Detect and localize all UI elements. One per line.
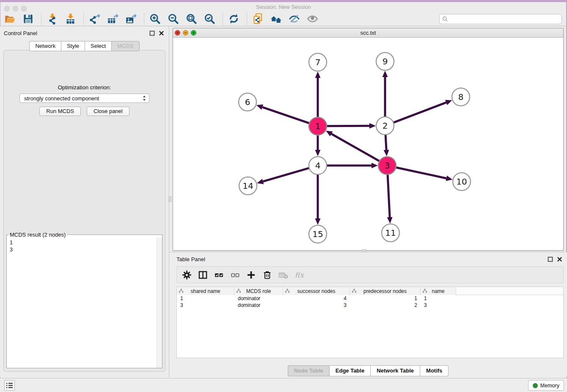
zoom-out-icon[interactable] <box>167 13 179 25</box>
mcds-result-title: MCDS result (2 nodes) <box>8 232 67 238</box>
table-row[interactable]: 3dominator323 <box>177 302 563 309</box>
svg-text:9: 9 <box>383 56 388 66</box>
table-cell: dominator <box>234 302 283 309</box>
table-tabs: Node TableEdge TableNetwork TableMotifs <box>169 365 567 376</box>
tab-style[interactable]: Style <box>61 41 85 51</box>
tab-select[interactable]: Select <box>85 41 111 51</box>
graph-edge-4-14[interactable] <box>257 168 309 184</box>
column-header-predecessor-nodes[interactable]: predecessor nodes <box>350 287 421 295</box>
table-cell: 1 <box>177 295 234 302</box>
criterion-dropdown[interactable]: strongly connected component <box>19 94 149 103</box>
float-table-panel-icon[interactable] <box>548 256 553 262</box>
graph-node-7[interactable]: 7 <box>309 53 327 71</box>
tab-motifs[interactable]: Motifs <box>420 365 449 376</box>
delete-column-icon[interactable] <box>261 269 272 280</box>
column-header-name[interactable]: name <box>421 287 456 295</box>
vertical-splitter-handle[interactable] <box>168 196 171 202</box>
graph-edge-2-3[interactable] <box>384 135 389 156</box>
graph-edge-4-3[interactable] <box>327 163 378 168</box>
float-panel-icon[interactable] <box>149 30 155 36</box>
table-row[interactable]: 1dominator411 <box>177 295 563 302</box>
graph-node-2[interactable]: 2 <box>376 117 394 135</box>
memory-button[interactable]: Memory <box>528 380 564 391</box>
tab-edge-table[interactable]: Edge Table <box>329 365 370 376</box>
export-image-icon[interactable] <box>124 13 137 25</box>
first-neighbors-icon[interactable] <box>270 13 282 25</box>
graph-edge-3-11[interactable] <box>387 174 393 224</box>
table-panel-header: Table Panel <box>169 252 567 265</box>
graph-edge-2-8[interactable] <box>394 100 452 122</box>
application-window: Session: New Session Control Panel Netwo… <box>0 0 567 392</box>
graph-edge-1-2[interactable] <box>327 123 376 129</box>
result-scrollbar[interactable] <box>157 238 162 368</box>
table-toolbar: f(x) <box>176 266 564 283</box>
graph-edge-3-10[interactable] <box>396 167 453 181</box>
mcds-result-box: MCDS result (2 nodes) 13 <box>6 232 162 368</box>
zoom-in-icon[interactable] <box>149 13 161 25</box>
tab-node-table[interactable]: Node Table <box>288 365 329 376</box>
table-cell: 1 <box>350 295 421 302</box>
table-mode-gear-icon[interactable] <box>181 269 192 280</box>
node-table[interactable]: shared nameMCDS rolesuccessor nodesprede… <box>176 287 564 358</box>
close-table-panel-icon[interactable] <box>557 256 562 262</box>
control-panel: Control Panel NetworkStyleSelectMCDS Opt… <box>0 26 169 377</box>
import-table-icon[interactable] <box>64 13 77 25</box>
export-table-icon[interactable] <box>106 13 119 25</box>
apply-layout-icon[interactable] <box>227 13 240 25</box>
graph-node-11[interactable]: 11 <box>382 224 399 242</box>
graph-node-1[interactable]: 1 <box>309 117 327 135</box>
hide-selected-icon[interactable] <box>288 13 300 25</box>
export-network-icon[interactable] <box>88 13 101 25</box>
zoom-fit-icon[interactable] <box>185 13 198 25</box>
search-icon <box>442 16 448 22</box>
toolbar-separator <box>41 13 41 25</box>
toolbar-separator <box>223 13 223 25</box>
graph-node-15[interactable]: 15 <box>309 225 327 243</box>
deselect-all-rows-icon[interactable] <box>229 269 240 280</box>
graph-node-4[interactable]: 4 <box>309 157 327 174</box>
open-session-icon[interactable] <box>3 13 16 25</box>
tab-network-table[interactable]: Network Table <box>370 365 420 376</box>
graph-node-3[interactable]: 3 <box>378 157 396 174</box>
graph-node-6[interactable]: 6 <box>239 93 256 111</box>
zoom-selected-icon[interactable] <box>203 13 216 25</box>
new-network-from-selection-icon[interactable] <box>251 13 264 25</box>
show-column-icon[interactable] <box>197 269 208 280</box>
network-view-window: scc.txt 1234678910111415 <box>173 28 564 251</box>
column-header-shared-name[interactable]: shared name <box>177 287 234 295</box>
graph-edge-2-9[interactable] <box>383 71 388 117</box>
add-column-icon[interactable] <box>245 269 256 280</box>
graph-edge-1-6[interactable] <box>256 105 309 123</box>
graph-node-10[interactable]: 10 <box>453 173 471 190</box>
network-window-titlebar[interactable]: scc.txt <box>173 28 563 38</box>
control-panel-tabs: NetworkStyleSelectMCDS <box>0 41 169 51</box>
tab-mcds[interactable]: MCDS <box>111 41 139 51</box>
status-bar: Memory <box>0 378 567 392</box>
svg-text:10: 10 <box>456 177 467 187</box>
column-header-successor-nodes[interactable]: successor nodes <box>283 287 350 295</box>
column-header-MCDS-role[interactable]: MCDS role <box>234 287 283 295</box>
svg-text:1: 1 <box>315 121 321 131</box>
search-input[interactable] <box>450 15 559 23</box>
graph-edge-3-1[interactable] <box>326 131 380 161</box>
mcds-panel: Optimization criterion: strongly connect… <box>3 50 165 372</box>
show-all-icon[interactable] <box>306 13 319 25</box>
task-history-button[interactable] <box>4 380 15 391</box>
graph-edge-1-7[interactable] <box>315 72 321 117</box>
tab-network[interactable]: Network <box>29 41 61 51</box>
graph-node-8[interactable]: 8 <box>452 88 470 106</box>
main-titlebar: Session: New Session <box>0 2 567 12</box>
network-canvas[interactable]: 1234678910111415 <box>173 38 563 250</box>
table-cell: 2 <box>350 302 421 309</box>
graph-edge-4-15[interactable] <box>315 174 321 225</box>
save-session-icon[interactable] <box>22 13 34 25</box>
close-panel-icon[interactable] <box>159 30 164 36</box>
import-network-icon[interactable] <box>46 13 58 25</box>
select-all-rows-icon[interactable] <box>213 269 224 280</box>
graph-edge-1-4[interactable] <box>315 135 321 156</box>
close-panel-button[interactable]: Close panel <box>87 107 129 116</box>
graph-node-14[interactable]: 14 <box>239 177 257 195</box>
search-box[interactable] <box>439 14 562 24</box>
run-mcds-button[interactable]: Run MCDS <box>39 107 81 116</box>
graph-node-9[interactable]: 9 <box>376 52 394 70</box>
